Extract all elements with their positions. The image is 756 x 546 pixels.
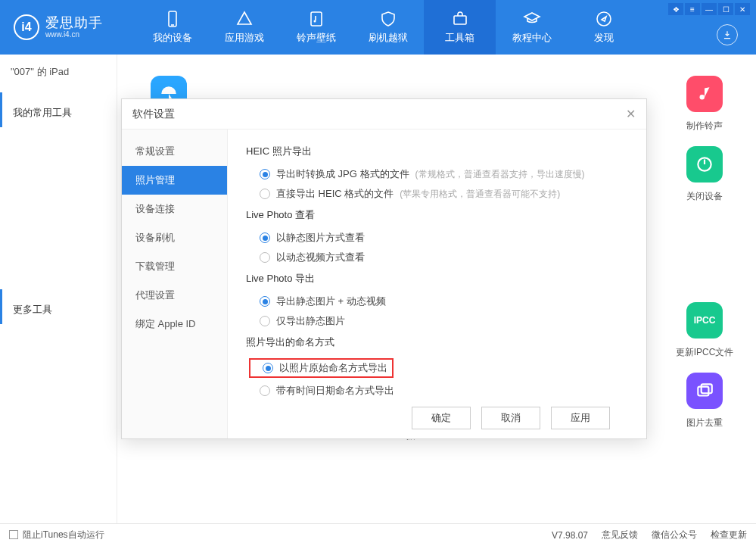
nav-flash[interactable]: 刷机越狱 <box>352 0 424 55</box>
download-button[interactable] <box>717 24 738 45</box>
svg-rect-4 <box>454 16 466 24</box>
checkbox-label: 阻止iTunes自动运行 <box>23 529 104 540</box>
ipcc-icon: IPCC <box>686 302 723 339</box>
tool-label: 更新IPCC文件 <box>676 346 734 359</box>
tool-label: 关闭设备 <box>686 190 723 203</box>
opt-lpexp-both[interactable]: 导出静态图片 + 动态视频 <box>246 292 628 311</box>
nav-label: 铃声壁纸 <box>297 31 336 45</box>
tool-shutdown[interactable]: 关闭设备 <box>674 146 735 203</box>
brand-url: www.i4.cn <box>45 30 103 39</box>
compass-icon <box>595 10 613 28</box>
side-device-flash[interactable]: 设备刷机 <box>122 223 227 252</box>
opt-lpview-static[interactable]: 以静态图片方式查看 <box>246 228 628 248</box>
wc-menu-icon[interactable]: ≡ <box>685 3 700 15</box>
side-appleid[interactable]: 绑定 Apple ID <box>122 310 227 339</box>
tool-ringtone[interactable]: 制作铃声 <box>674 76 735 133</box>
opt-naming-original[interactable]: 以照片原始命名方式导出 <box>246 355 628 381</box>
opt-lpexp-static[interactable]: 仅导出静态图片 <box>246 311 628 331</box>
opt-lpview-video[interactable]: 以动态视频方式查看 <box>246 248 628 267</box>
nav-label: 刷机越狱 <box>369 31 408 45</box>
section-lp-view: Live Photo 查看 <box>246 208 628 222</box>
side-general[interactable]: 常规设置 <box>122 137 227 166</box>
settings-panel: HEIC 照片导出 导出时转换成 JPG 格式的文件(常规格式，普通查看器支持，… <box>228 129 646 438</box>
svg-point-5 <box>597 12 611 26</box>
opt-heic-raw[interactable]: 直接导出 HEIC 格式的文件(苹果专用格式，普通查看器可能不支持) <box>246 184 628 204</box>
section-lp-export: Live Photo 导出 <box>246 272 628 285</box>
wc-max-icon[interactable]: ☐ <box>718 3 733 15</box>
opt-naming-datetime[interactable]: 带有时间日期命名方式导出 <box>246 381 628 401</box>
nav-toolbox[interactable]: 工具箱 <box>424 0 496 55</box>
window-controls: ❖ ≡ — ☐ ✕ <box>668 3 750 15</box>
feedback-link[interactable]: 意见反馈 <box>602 529 638 541</box>
wechat-link[interactable]: 微信公众号 <box>652 529 697 541</box>
group-more: 更多工具 <box>0 289 117 324</box>
music-icon <box>307 10 325 28</box>
nav-my-device[interactable]: 我的设备 <box>136 0 208 55</box>
nav-ringtone[interactable]: 铃声壁纸 <box>280 0 352 55</box>
apply-button[interactable]: 应用 <box>551 407 610 429</box>
cancel-button[interactable]: 取消 <box>481 407 540 429</box>
tool-label: 制作铃声 <box>686 120 723 133</box>
top-nav: 我的设备 应用游戏 铃声壁纸 刷机越狱 工具箱 教程中心 发现 <box>136 0 639 55</box>
download-icon <box>722 30 733 40</box>
svg-rect-2 <box>311 12 322 26</box>
logo: i4 爱思助手 www.i4.cn <box>0 14 136 40</box>
version-label: V7.98.07 <box>552 530 588 541</box>
phone-icon <box>163 10 182 28</box>
wc-close-icon[interactable]: ✕ <box>735 3 750 15</box>
dialog-title: 软件设置 <box>132 108 175 121</box>
svg-rect-17 <box>698 387 708 396</box>
svg-rect-0 <box>169 11 176 27</box>
section-naming: 照片导出的命名方式 <box>246 335 628 349</box>
wc-min-icon[interactable]: — <box>702 3 717 15</box>
images-icon <box>695 381 714 401</box>
nav-label: 发现 <box>594 31 614 45</box>
ok-button[interactable]: 确定 <box>412 407 471 429</box>
settings-dialog: 软件设置 ✕ 常规设置 照片管理 设备连接 设备刷机 下载管理 代理设置 绑定 … <box>121 98 647 439</box>
tool-ipcc[interactable]: IPCC 更新IPCC文件 <box>674 302 735 359</box>
left-sidebar: "007" 的 iPad 我的常用工具 更多工具 <box>0 55 117 523</box>
note-plus-icon <box>695 84 714 104</box>
nav-label: 我的设备 <box>153 31 192 45</box>
nav-discover[interactable]: 发现 <box>568 0 639 55</box>
brand-name: 爱思助手 <box>45 16 103 31</box>
check-update-link[interactable]: 检查更新 <box>711 529 747 541</box>
svg-point-6 <box>700 95 705 99</box>
status-bar: 阻止iTunes自动运行 V7.98.07 意见反馈 微信公众号 检查更新 <box>0 523 756 546</box>
wc-skin-icon[interactable]: ❖ <box>668 3 683 15</box>
side-photo[interactable]: 照片管理 <box>122 166 227 195</box>
shield-icon <box>379 10 397 28</box>
block-itunes-checkbox[interactable]: 阻止iTunes自动运行 <box>9 529 104 541</box>
settings-side-nav: 常规设置 照片管理 设备连接 设备刷机 下载管理 代理设置 绑定 Apple I… <box>122 129 228 438</box>
nav-tutorial[interactable]: 教程中心 <box>496 0 568 55</box>
app-header: i4 爱思助手 www.i4.cn 我的设备 应用游戏 铃声壁纸 刷机越狱 工具… <box>0 0 756 55</box>
power-icon <box>695 154 714 174</box>
tool-dedupe[interactable]: 图片去重 <box>674 373 735 442</box>
logo-badge: i4 <box>14 14 39 40</box>
device-name[interactable]: "007" 的 iPad <box>0 55 117 89</box>
side-download[interactable]: 下载管理 <box>122 252 227 281</box>
toolbox-icon <box>451 10 469 28</box>
graduation-icon <box>523 10 541 28</box>
section-heic: HEIC 照片导出 <box>246 145 628 158</box>
nav-apps[interactable]: 应用游戏 <box>208 0 280 55</box>
nav-label: 工具箱 <box>445 31 474 45</box>
svg-point-3 <box>313 20 316 23</box>
apps-icon <box>235 10 254 28</box>
opt-heic-jpg[interactable]: 导出时转换成 JPG 格式的文件(常规格式，普通查看器支持，导出速度慢) <box>246 164 628 184</box>
close-icon[interactable]: ✕ <box>626 107 636 121</box>
side-proxy[interactable]: 代理设置 <box>122 281 227 310</box>
group-favorites: 我的常用工具 <box>0 92 117 127</box>
tool-label: 图片去重 <box>686 417 723 429</box>
svg-rect-18 <box>702 384 712 393</box>
nav-label: 应用游戏 <box>225 31 264 45</box>
side-device-conn[interactable]: 设备连接 <box>122 195 227 223</box>
nav-label: 教程中心 <box>512 31 552 45</box>
